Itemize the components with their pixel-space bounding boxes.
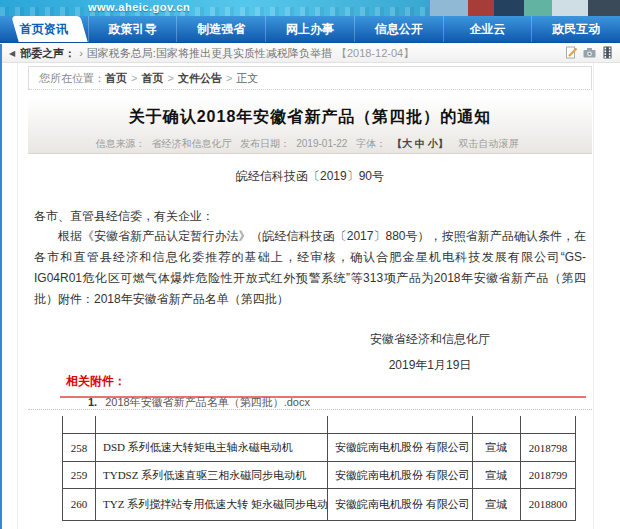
banner-photo (430, 0, 468, 16)
cell-company: 安徽皖南电机股份 有限公司 (328, 462, 473, 489)
signature-block: 安徽省经济和信息化厅 2019年1月19日 (340, 331, 520, 374)
document-number: 皖经信科技函〔2019〕90号 (0, 168, 620, 185)
page-title: 关于确认2018年安徽省新产品（第四批）的通知 (28, 98, 592, 128)
cell-company: 安徽皖南电机股份 有限公司 (328, 434, 473, 462)
banner-photo (494, 0, 524, 16)
table-cell-empty (96, 416, 328, 434)
cell-row-number: 258 (63, 434, 96, 462)
products-table: 258 DSD 系列低速大转矩电主轴永磁电动机 安徽皖南电机股份 有限公司 宣城… (62, 416, 576, 521)
salutation: 各市、直管县经信委，有关企业： (34, 208, 214, 225)
nav-tab-online-services[interactable]: 网上办事 (265, 16, 354, 42)
nav-tab-label: 政民互动 (552, 22, 600, 36)
news-headline-link[interactable]: 国家税务总局:国家将推出更具实质性减税降负举措 (87, 46, 332, 61)
banner-collage (430, 0, 620, 16)
breadcrumb-home2-link[interactable]: 首页 (141, 72, 163, 84)
cell-city: 宣城 (473, 489, 521, 521)
table-row-partial (63, 416, 576, 434)
article-header: 关于确认2018年安徽省新产品（第四批）的通知 信息来源：省经济和信息化厅 发布… (28, 98, 592, 154)
table-row: 258 DSD 系列低速大转矩电主轴永磁电动机 安徽皖南电机股份 有限公司 宣城… (63, 434, 576, 462)
font-size-switcher[interactable]: 【大 中 小】 (392, 138, 448, 149)
nav-tab-label: 首页资讯 (20, 22, 68, 36)
nav-tab-label: 网上办事 (286, 22, 334, 36)
nav-tab-label: 政策引导 (109, 22, 157, 36)
table-row: 260 TYZ 系列搅拌站专用低速大转 矩永磁同步电动机 安徽皖南电机股份 有限… (63, 489, 576, 521)
news-ticker-bar: ◀ 部委之声： › 国家税务总局:国家将推出更具实质性减税降负举措 【2018-… (0, 44, 620, 63)
news-date: 【2018-12-04】 (336, 46, 414, 61)
breadcrumb-separator: > (226, 72, 232, 84)
attachment-index: 1. (88, 396, 97, 408)
table-cell-empty (328, 416, 473, 434)
cell-city: 宣城 (473, 462, 521, 489)
breadcrumb-home-link[interactable]: 首页 (105, 72, 127, 84)
nav-tab-label: 企业云 (469, 22, 505, 36)
table-row: 259 TYDSZ 系列低速直驱三相永磁同步电动机 安徽皖南电机股份 有限公司 … (63, 462, 576, 489)
notepad-icon[interactable] (565, 46, 578, 59)
cell-row-number: 260 (63, 489, 96, 521)
meta-date-value: 2019-01-22 (296, 138, 347, 149)
camera-icon[interactable] (583, 46, 596, 59)
banner-photo (468, 0, 494, 16)
table-cell-empty (63, 416, 96, 434)
signer-name: 安徽省经济和信息化厅 (340, 331, 520, 348)
site-url: www.aheic.gov.cn (88, 1, 190, 13)
attachment-line: 附件：2018年安徽省新产品名单（第四批） (34, 291, 289, 308)
breadcrumb-separator: > (167, 72, 173, 84)
nav-tab-home-news[interactable]: 首页资讯 (0, 16, 88, 42)
attachment-list-item: 1.2018年安徽省新产品名单（第四批）.docx (88, 395, 310, 410)
news-marker: › (79, 47, 83, 59)
nav-tab-manufacturing-province[interactable]: 制造强省 (176, 16, 265, 42)
meta-source-value: 省经济和信息化厅 (151, 138, 231, 149)
banner-photo (552, 0, 588, 16)
main-nav: 首页资讯 政策引导 制造强省 网上办事 信息公开 企业云 政民互动 (0, 16, 620, 43)
site-banner: www.aheic.gov.cn (0, 0, 620, 16)
scroll-left-icon[interactable]: ◀ (9, 49, 15, 58)
meta-source-label: 信息来源： (95, 138, 145, 149)
film-icon[interactable] (601, 46, 614, 59)
nav-tab-info-disclosure[interactable]: 信息公开 (354, 16, 443, 42)
cell-product-name: TYDSZ 系列低速直驱三相永磁同步电动机 (96, 462, 328, 489)
nav-tab-public-interaction[interactable]: 政民互动 (531, 16, 620, 42)
banner-photo (524, 0, 552, 16)
breadcrumb: 您所在位置：首页>首页>文件公告>正文 (28, 66, 592, 90)
meta-date-label: 发布日期： (240, 138, 290, 149)
news-section-label: 部委之声： (20, 46, 75, 61)
related-attachments-heading: 相关附件： (60, 371, 586, 398)
cell-company: 安徽皖南电机股份 有限公司 (328, 489, 473, 521)
left-accent-line (0, 44, 2, 529)
breadcrumb-announcements-link[interactable]: 文件公告 (178, 72, 222, 84)
nav-tab-policy-guidance[interactable]: 政策引导 (88, 16, 177, 42)
cell-city: 宣城 (473, 434, 521, 462)
related-attachments-label: 相关附件： (66, 374, 126, 388)
cell-product-code: 2018800 (521, 489, 576, 521)
meta-scroll-hint: 双击自动滚屏 (459, 138, 519, 149)
cell-product-code: 2018799 (521, 462, 576, 489)
article-meta: 信息来源：省经济和信息化厅 发布日期：2019-01-22 字体：【大 中 小】… (28, 137, 592, 151)
page: www.aheic.gov.cn 首页资讯 政策引导 制造强省 网上办事 信息公… (0, 0, 620, 529)
nav-tab-label: 信息公开 (375, 22, 423, 36)
cell-product-code: 2018798 (521, 434, 576, 462)
nav-tab-enterprise-cloud[interactable]: 企业云 (443, 16, 532, 42)
products-table-region: 258 DSD 系列低速大转矩电主轴永磁电动机 安徽皖南电机股份 有限公司 宣城… (62, 416, 577, 521)
breadcrumb-current: 正文 (236, 72, 258, 84)
breadcrumb-separator: > (131, 72, 137, 84)
breadcrumb-prefix: 您所在位置： (39, 72, 105, 84)
cell-product-name: DSD 系列低速大转矩电主轴永磁电动机 (96, 434, 328, 462)
nav-tab-label: 制造强省 (197, 22, 245, 36)
cell-row-number: 259 (63, 462, 96, 489)
news-toolbar (565, 46, 614, 59)
banner-photo (588, 0, 620, 16)
dotted-divider (28, 409, 592, 410)
cell-product-name: TYZ 系列搅拌站专用低速大转 矩永磁同步电动机 (96, 489, 328, 521)
table-cell-empty (473, 416, 521, 434)
docx-download-link[interactable]: 2018年安徽省新产品名单（第四批）.docx (105, 396, 310, 408)
table-cell-empty (521, 416, 576, 434)
meta-font-label: 字体： (356, 138, 386, 149)
